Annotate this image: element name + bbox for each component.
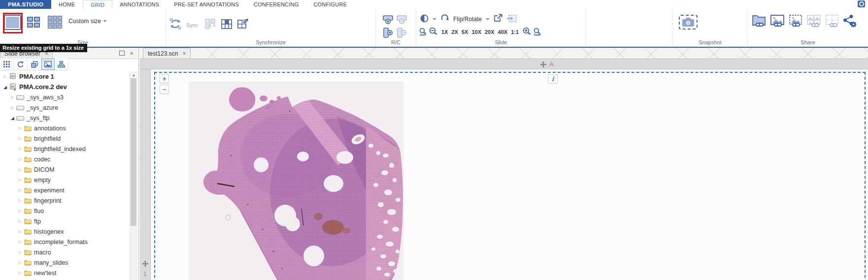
scrollbar-thumb[interactable]: [131, 78, 136, 226]
duplicate-button[interactable]: [28, 59, 41, 70]
remove-column-icon[interactable]: [396, 27, 408, 38]
sidebar-scrollbar[interactable]: ▲: [130, 71, 137, 280]
image-link-icon[interactable]: [770, 14, 785, 30]
tree-item--sys-aws-s3[interactable]: ▷_sys_aws_s3: [0, 92, 130, 102]
tree-item-empty[interactable]: ▷empty: [0, 175, 130, 185]
snapshot-button[interactable]: [679, 15, 698, 30]
tab-annotations[interactable]: ANNOTATIONS: [112, 0, 167, 9]
zoom-level-10x[interactable]: 10X: [471, 29, 481, 35]
expand-arrow-icon[interactable]: ▷: [17, 178, 23, 182]
zoom-level-5x[interactable]: 5X: [462, 29, 468, 35]
collapse-arrow-icon[interactable]: ◢: [9, 116, 16, 121]
external-link-icon[interactable]: [494, 14, 502, 25]
expand-arrow-icon[interactable]: ▷: [17, 209, 23, 213]
expand-arrow-icon[interactable]: ▷: [17, 229, 23, 234]
chevron-down-icon[interactable]: [486, 18, 490, 20]
grid-export-icon[interactable]: [237, 18, 249, 32]
contrast-icon[interactable]: [420, 14, 429, 25]
tree-item-experiment[interactable]: ▷experiment: [0, 185, 130, 195]
tab-grid[interactable]: GRID: [83, 0, 112, 9]
zoom-max-button[interactable]: max: [534, 28, 541, 36]
expand-arrow-icon[interactable]: ▷: [17, 219, 23, 223]
tree-item-annotations[interactable]: ▷annotations: [0, 123, 130, 133]
tree-item-dicom[interactable]: ▷DICOM: [0, 164, 130, 175]
grid-fill-icon[interactable]: [221, 18, 233, 32]
add-row-icon[interactable]: [382, 14, 395, 26]
tab-conferencing[interactable]: CONFERENCING: [246, 0, 306, 9]
tree-item-fluo[interactable]: ▷fluo: [0, 206, 130, 216]
expand-arrow-icon[interactable]: ▷: [17, 250, 23, 254]
expand-arrow-icon[interactable]: ▷: [9, 105, 16, 110]
tree-item--sys-azure[interactable]: ▷_sys_azure: [0, 102, 130, 113]
tree-item-brightfield-indexed[interactable]: ▷brightfield_indexed: [0, 144, 130, 154]
zoom-level-20x[interactable]: 20X: [485, 29, 495, 35]
expand-arrow-icon[interactable]: ▷: [17, 188, 23, 192]
tree-item-incomplete-formats[interactable]: ▷incomplete_formats: [0, 237, 130, 247]
move-region-icon[interactable]: [506, 14, 517, 25]
tree-item-pma-core-1[interactable]: ▷PMA.core 1: [0, 71, 130, 82]
grid-column-header[interactable]: A: [140, 59, 868, 69]
scroll-up-icon[interactable]: ▲: [130, 73, 137, 77]
zoom-in-button[interactable]: +: [160, 74, 169, 83]
flip-rotate-label[interactable]: Flip/Rotate: [453, 16, 482, 23]
tab-pre-set-annotations[interactable]: PRE-SET ANNOTATIONS: [167, 0, 246, 9]
help-icon[interactable]: [858, 0, 865, 7]
move-icon[interactable]: [540, 61, 547, 68]
expand-arrow-icon[interactable]: ▷: [17, 198, 23, 203]
add-column-icon[interactable]: [382, 27, 395, 38]
tree-item-codec[interactable]: ▷codec: [0, 154, 130, 164]
grid-rotate-icon[interactable]: [204, 18, 216, 32]
sync-arrows-icon[interactable]: [169, 18, 182, 32]
expand-arrow-icon[interactable]: ▷: [17, 260, 23, 265]
close-icon[interactable]: ×: [182, 51, 186, 57]
expand-arrow-icon[interactable]: ▷: [17, 157, 23, 161]
tree-item-pma-core-2-dev[interactable]: ◢PMA.core.2 dev: [0, 82, 130, 92]
expand-arrow-icon[interactable]: ▷: [17, 147, 23, 151]
folder-link-icon[interactable]: [752, 14, 767, 30]
grid-2x2-button[interactable]: [24, 13, 43, 31]
expand-arrow-icon[interactable]: ▷: [17, 136, 23, 141]
viewer-canvas[interactable]: + − i: [151, 69, 868, 280]
zoom-min-button[interactable]: min: [419, 28, 427, 36]
chevron-down-icon[interactable]: [433, 18, 436, 20]
share-gear-icon[interactable]: [843, 14, 857, 30]
zoom-out-button[interactable]: −: [160, 85, 169, 94]
expand-arrow-icon[interactable]: ▷: [17, 126, 23, 130]
tree-item-histogenex[interactable]: ▷histogenex: [0, 226, 130, 237]
tree-item-many-slides[interactable]: ▷many_slides: [0, 257, 130, 268]
refresh-button[interactable]: [14, 59, 28, 70]
zoom-level-1x[interactable]: 1X: [441, 29, 448, 35]
remove-row-icon[interactable]: [396, 14, 408, 26]
zoom-in-button[interactable]: [523, 27, 531, 37]
tree-item--sys-ftp[interactable]: ◢_sys_ftp: [0, 113, 130, 123]
viewer-tab[interactable]: test123.scn ×: [143, 48, 191, 59]
expand-arrow-icon[interactable]: ▷: [17, 167, 23, 172]
tree-item-macro[interactable]: ▷macro: [0, 247, 130, 257]
tree-item-ftp[interactable]: ▷ftp: [0, 216, 130, 226]
zoom-level-2x[interactable]: 2X: [451, 29, 458, 35]
tab-home[interactable]: HOME: [51, 0, 83, 9]
zoom-level-1-1[interactable]: 1:1: [511, 29, 519, 35]
expand-arrow-icon[interactable]: ▷: [17, 271, 23, 275]
move-icon[interactable]: [142, 260, 149, 267]
grid-row-header[interactable]: 1: [140, 69, 151, 280]
tree-item-fingerprint[interactable]: ▷fingerprint: [0, 195, 130, 206]
grid-1x-button[interactable]: [3, 13, 22, 31]
dashed-grid-link-icon[interactable]: [825, 14, 839, 30]
expand-arrow-icon[interactable]: ▷: [9, 95, 16, 99]
collapse-arrow-icon[interactable]: ◢: [2, 85, 8, 90]
expand-arrow-icon[interactable]: ▷: [17, 240, 23, 244]
maximize-panel-icon[interactable]: [119, 51, 125, 56]
close-panel-icon[interactable]: ×: [130, 50, 134, 57]
tree-item-new-test[interactable]: ▷new'test: [0, 268, 130, 278]
server-tree-button[interactable]: [55, 59, 68, 70]
zoom-out-button[interactable]: [429, 27, 437, 37]
custom-size-dropdown[interactable]: Custom size: [68, 18, 107, 25]
grid-view-button[interactable]: [0, 59, 14, 70]
tab-pma-studio[interactable]: PMA.STUDIO: [0, 0, 51, 9]
slide-image[interactable]: [189, 82, 404, 280]
tab-configure[interactable]: CONFIGURE: [306, 0, 354, 9]
expand-arrow-icon[interactable]: ▷: [2, 74, 8, 79]
region-link-icon[interactable]: [788, 14, 803, 30]
zoom-level-40x[interactable]: 40X: [498, 29, 508, 35]
